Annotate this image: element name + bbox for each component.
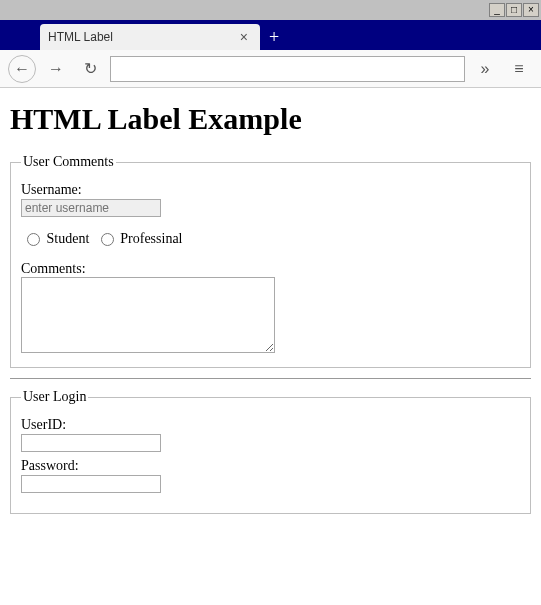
divider xyxy=(10,378,531,379)
window-minimize-button[interactable]: _ xyxy=(489,3,505,17)
new-tab-button[interactable]: + xyxy=(260,24,288,50)
username-label: Username: xyxy=(21,182,520,198)
page-heading: HTML Label Example xyxy=(10,102,531,136)
tab-close-icon[interactable]: × xyxy=(236,29,252,45)
window-titlebar: _ □ × xyxy=(0,0,541,20)
window-maximize-button[interactable]: □ xyxy=(506,3,522,17)
password-label: Password: xyxy=(21,458,520,474)
comments-textarea[interactable] xyxy=(21,277,275,353)
student-radio[interactable] xyxy=(27,233,40,246)
password-input[interactable] xyxy=(21,475,161,493)
professional-radio[interactable] xyxy=(101,233,114,246)
tab-title: HTML Label xyxy=(48,30,236,44)
user-comments-fieldset: User Comments Username: Student Professi… xyxy=(10,154,531,368)
professional-radio-text: Professinal xyxy=(120,231,182,246)
student-radio-text: Student xyxy=(47,231,90,246)
user-comments-legend: User Comments xyxy=(21,154,116,170)
professional-radio-label[interactable]: Professinal xyxy=(101,231,183,246)
window-close-button[interactable]: × xyxy=(523,3,539,17)
student-radio-label[interactable]: Student xyxy=(27,231,93,246)
menu-button[interactable]: ≡ xyxy=(505,55,533,83)
url-input[interactable] xyxy=(110,56,465,82)
username-input[interactable] xyxy=(21,199,161,217)
userid-input[interactable] xyxy=(21,434,161,452)
back-button[interactable]: ← xyxy=(8,55,36,83)
browser-toolbar: ← → ↻ » ≡ xyxy=(0,50,541,88)
browser-tab-strip: HTML Label × + xyxy=(0,20,541,50)
user-login-legend: User Login xyxy=(21,389,88,405)
forward-button[interactable]: → xyxy=(42,55,70,83)
reload-button[interactable]: ↻ xyxy=(76,55,104,83)
userid-label: UserID: xyxy=(21,417,520,433)
overflow-button[interactable]: » xyxy=(471,55,499,83)
browser-tab[interactable]: HTML Label × xyxy=(40,24,260,50)
user-login-fieldset: User Login UserID: Password: xyxy=(10,389,531,514)
page-content: HTML Label Example User Comments Usernam… xyxy=(0,88,541,538)
comments-label: Comments: xyxy=(21,261,520,277)
role-radio-group: Student Professinal xyxy=(27,231,520,247)
